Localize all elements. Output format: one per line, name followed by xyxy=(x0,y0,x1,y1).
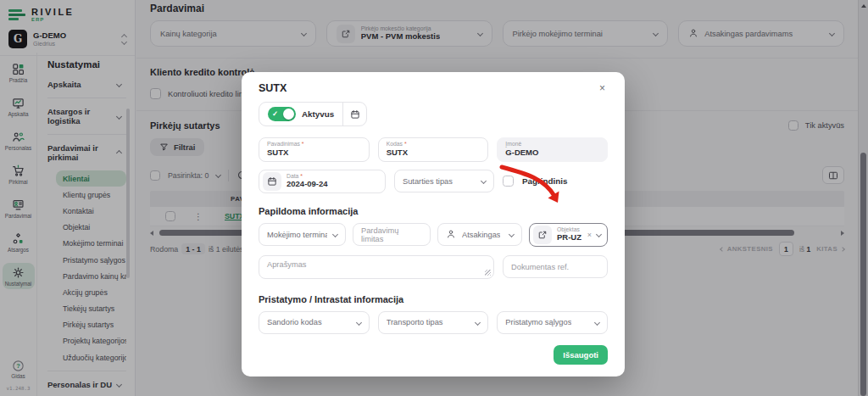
transaction-code-select[interactable]: Sandorio kodas xyxy=(259,311,370,334)
delivery-terms-select[interactable]: Pristatymo sąlygos xyxy=(497,311,608,334)
person-icon xyxy=(446,229,456,241)
object-field[interactable]: Objektas PR-UZUBALIAI - P × xyxy=(529,223,608,247)
active-label: Aktyvus xyxy=(302,109,334,119)
responsible-select[interactable]: Atsakingas xyxy=(437,223,522,246)
toggle-on-icon[interactable] xyxy=(268,107,296,121)
chevron-down-icon xyxy=(475,320,481,326)
contract-modal: SUTX × Aktyvus Pavadinimas SUTX Kodas SU… xyxy=(242,72,625,376)
delivery-info-title: Pristatymo / Intrastat informacija xyxy=(259,294,608,304)
additional-info-title: Papildoma informacija xyxy=(259,206,608,216)
calendar-icon xyxy=(350,109,360,120)
calendar-icon[interactable] xyxy=(263,172,281,191)
calendar-button[interactable] xyxy=(342,103,366,125)
main-contract-label: Pagrindinis xyxy=(522,176,567,186)
document-ref-input[interactable]: Dokumentas ref. xyxy=(503,255,608,278)
contract-type-select[interactable]: Sutarties tipas xyxy=(394,170,494,192)
chevron-down-icon xyxy=(509,231,515,237)
name-field[interactable]: Pavadinimas SUTX xyxy=(259,137,370,162)
transport-type-select[interactable]: Transporto tipas xyxy=(378,311,489,334)
modal-title: SUTX xyxy=(259,82,287,94)
description-textarea[interactable]: Aprašymas xyxy=(259,255,494,279)
close-icon[interactable]: × xyxy=(597,82,608,94)
external-link-icon[interactable] xyxy=(533,226,552,244)
date-field[interactable]: Data 2024-09-24 xyxy=(259,170,386,193)
clear-icon[interactable]: × xyxy=(587,231,592,239)
chevron-down-icon xyxy=(356,320,362,326)
code-field[interactable]: Kodas SUTX xyxy=(378,137,489,162)
save-button[interactable]: Išsaugoti xyxy=(554,345,608,365)
active-toggle[interactable]: Aktyvus xyxy=(259,103,342,125)
chevron-down-icon xyxy=(594,320,600,326)
sales-limit-input[interactable]: Pardavimų limitas xyxy=(353,223,431,246)
chevron-down-icon xyxy=(481,178,487,184)
company-field: Įmonė G-DEMO xyxy=(497,137,608,162)
active-toggle-group: Aktyvus xyxy=(259,102,367,126)
chevron-down-icon xyxy=(332,231,338,237)
main-contract-checkbox[interactable] xyxy=(503,176,514,187)
chevron-down-icon xyxy=(596,231,602,237)
payment-term-select[interactable]: Mokėjimo terminas xyxy=(259,223,346,246)
